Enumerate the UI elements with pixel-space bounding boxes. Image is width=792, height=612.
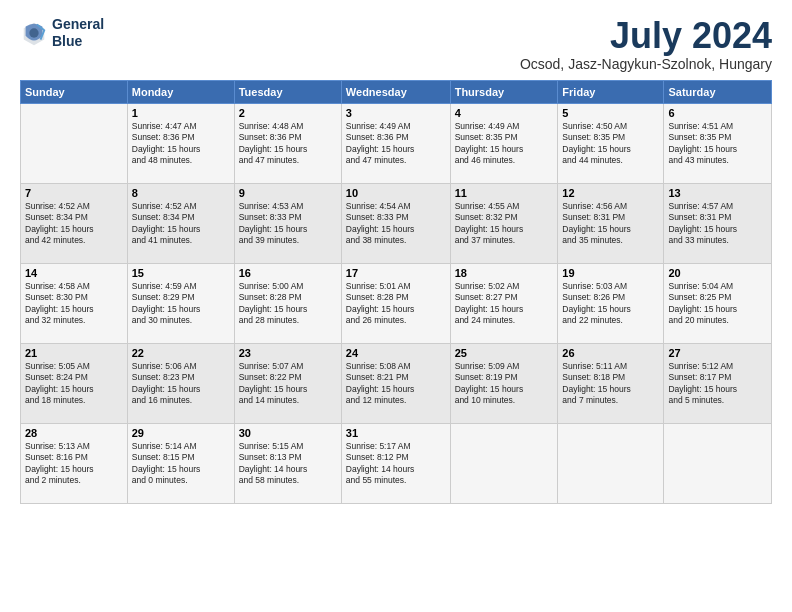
calendar-cell: 21Sunrise: 5:05 AM Sunset: 8:24 PM Dayli… [21,343,128,423]
col-thursday: Thursday [450,80,558,103]
col-sunday: Sunday [21,80,128,103]
day-number: 1 [132,107,230,119]
header: General Blue July 2024 Ocsod, Jasz-Nagyk… [20,16,772,72]
day-info: Sunrise: 5:06 AM Sunset: 8:23 PM Dayligh… [132,361,230,407]
day-info: Sunrise: 4:55 AM Sunset: 8:32 PM Dayligh… [455,201,554,247]
day-number: 7 [25,187,123,199]
calendar-cell: 28Sunrise: 5:13 AM Sunset: 8:16 PM Dayli… [21,423,128,503]
day-info: Sunrise: 4:52 AM Sunset: 8:34 PM Dayligh… [132,201,230,247]
calendar-cell [450,423,558,503]
calendar-cell: 8Sunrise: 4:52 AM Sunset: 8:34 PM Daylig… [127,183,234,263]
calendar-cell: 2Sunrise: 4:48 AM Sunset: 8:36 PM Daylig… [234,103,341,183]
day-info: Sunrise: 5:07 AM Sunset: 8:22 PM Dayligh… [239,361,337,407]
day-number: 9 [239,187,337,199]
header-row: Sunday Monday Tuesday Wednesday Thursday… [21,80,772,103]
day-info: Sunrise: 5:11 AM Sunset: 8:18 PM Dayligh… [562,361,659,407]
calendar-table: Sunday Monday Tuesday Wednesday Thursday… [20,80,772,504]
day-info: Sunrise: 5:02 AM Sunset: 8:27 PM Dayligh… [455,281,554,327]
day-info: Sunrise: 4:54 AM Sunset: 8:33 PM Dayligh… [346,201,446,247]
day-number: 30 [239,427,337,439]
calendar-cell: 7Sunrise: 4:52 AM Sunset: 8:34 PM Daylig… [21,183,128,263]
location: Ocsod, Jasz-Nagykun-Szolnok, Hungary [520,56,772,72]
calendar-cell: 23Sunrise: 5:07 AM Sunset: 8:22 PM Dayli… [234,343,341,423]
day-number: 19 [562,267,659,279]
calendar-cell: 14Sunrise: 4:58 AM Sunset: 8:30 PM Dayli… [21,263,128,343]
day-number: 6 [668,107,767,119]
calendar-cell: 15Sunrise: 4:59 AM Sunset: 8:29 PM Dayli… [127,263,234,343]
day-info: Sunrise: 4:49 AM Sunset: 8:35 PM Dayligh… [455,121,554,167]
calendar-week-1: 1Sunrise: 4:47 AM Sunset: 8:36 PM Daylig… [21,103,772,183]
calendar-cell: 1Sunrise: 4:47 AM Sunset: 8:36 PM Daylig… [127,103,234,183]
calendar-cell: 26Sunrise: 5:11 AM Sunset: 8:18 PM Dayli… [558,343,664,423]
svg-point-2 [29,28,38,37]
day-number: 16 [239,267,337,279]
day-info: Sunrise: 4:53 AM Sunset: 8:33 PM Dayligh… [239,201,337,247]
col-friday: Friday [558,80,664,103]
calendar-cell: 22Sunrise: 5:06 AM Sunset: 8:23 PM Dayli… [127,343,234,423]
day-info: Sunrise: 5:00 AM Sunset: 8:28 PM Dayligh… [239,281,337,327]
col-saturday: Saturday [664,80,772,103]
day-info: Sunrise: 5:17 AM Sunset: 8:12 PM Dayligh… [346,441,446,487]
day-number: 31 [346,427,446,439]
day-number: 4 [455,107,554,119]
month-title: July 2024 [520,16,772,56]
calendar-cell: 3Sunrise: 4:49 AM Sunset: 8:36 PM Daylig… [341,103,450,183]
col-monday: Monday [127,80,234,103]
day-number: 14 [25,267,123,279]
logo: General Blue [20,16,104,50]
page: General Blue July 2024 Ocsod, Jasz-Nagyk… [0,0,792,612]
day-info: Sunrise: 4:57 AM Sunset: 8:31 PM Dayligh… [668,201,767,247]
day-info: Sunrise: 5:05 AM Sunset: 8:24 PM Dayligh… [25,361,123,407]
day-info: Sunrise: 5:04 AM Sunset: 8:25 PM Dayligh… [668,281,767,327]
day-info: Sunrise: 4:50 AM Sunset: 8:35 PM Dayligh… [562,121,659,167]
calendar-cell: 5Sunrise: 4:50 AM Sunset: 8:35 PM Daylig… [558,103,664,183]
calendar-cell: 16Sunrise: 5:00 AM Sunset: 8:28 PM Dayli… [234,263,341,343]
day-number: 27 [668,347,767,359]
day-info: Sunrise: 5:09 AM Sunset: 8:19 PM Dayligh… [455,361,554,407]
day-number: 26 [562,347,659,359]
title-block: July 2024 Ocsod, Jasz-Nagykun-Szolnok, H… [520,16,772,72]
day-info: Sunrise: 4:58 AM Sunset: 8:30 PM Dayligh… [25,281,123,327]
day-number: 8 [132,187,230,199]
logo-text: General Blue [52,16,104,50]
day-info: Sunrise: 5:13 AM Sunset: 8:16 PM Dayligh… [25,441,123,487]
calendar-cell: 11Sunrise: 4:55 AM Sunset: 8:32 PM Dayli… [450,183,558,263]
day-number: 22 [132,347,230,359]
day-info: Sunrise: 5:08 AM Sunset: 8:21 PM Dayligh… [346,361,446,407]
calendar-week-4: 21Sunrise: 5:05 AM Sunset: 8:24 PM Dayli… [21,343,772,423]
day-info: Sunrise: 4:52 AM Sunset: 8:34 PM Dayligh… [25,201,123,247]
calendar-cell: 17Sunrise: 5:01 AM Sunset: 8:28 PM Dayli… [341,263,450,343]
calendar-cell [664,423,772,503]
logo-line2: Blue [52,33,104,50]
calendar-week-2: 7Sunrise: 4:52 AM Sunset: 8:34 PM Daylig… [21,183,772,263]
day-number: 12 [562,187,659,199]
calendar-cell: 12Sunrise: 4:56 AM Sunset: 8:31 PM Dayli… [558,183,664,263]
calendar-cell: 4Sunrise: 4:49 AM Sunset: 8:35 PM Daylig… [450,103,558,183]
calendar-cell: 24Sunrise: 5:08 AM Sunset: 8:21 PM Dayli… [341,343,450,423]
day-info: Sunrise: 4:47 AM Sunset: 8:36 PM Dayligh… [132,121,230,167]
calendar-week-5: 28Sunrise: 5:13 AM Sunset: 8:16 PM Dayli… [21,423,772,503]
day-number: 29 [132,427,230,439]
day-number: 15 [132,267,230,279]
calendar-cell: 29Sunrise: 5:14 AM Sunset: 8:15 PM Dayli… [127,423,234,503]
day-number: 10 [346,187,446,199]
day-info: Sunrise: 5:12 AM Sunset: 8:17 PM Dayligh… [668,361,767,407]
day-number: 23 [239,347,337,359]
calendar-cell [21,103,128,183]
day-number: 17 [346,267,446,279]
calendar-cell: 20Sunrise: 5:04 AM Sunset: 8:25 PM Dayli… [664,263,772,343]
day-number: 13 [668,187,767,199]
calendar-body: 1Sunrise: 4:47 AM Sunset: 8:36 PM Daylig… [21,103,772,503]
day-info: Sunrise: 4:56 AM Sunset: 8:31 PM Dayligh… [562,201,659,247]
calendar-cell: 25Sunrise: 5:09 AM Sunset: 8:19 PM Dayli… [450,343,558,423]
day-number: 11 [455,187,554,199]
day-number: 18 [455,267,554,279]
col-wednesday: Wednesday [341,80,450,103]
calendar-cell: 31Sunrise: 5:17 AM Sunset: 8:12 PM Dayli… [341,423,450,503]
calendar-cell: 9Sunrise: 4:53 AM Sunset: 8:33 PM Daylig… [234,183,341,263]
day-info: Sunrise: 5:15 AM Sunset: 8:13 PM Dayligh… [239,441,337,487]
calendar-cell: 27Sunrise: 5:12 AM Sunset: 8:17 PM Dayli… [664,343,772,423]
day-info: Sunrise: 5:01 AM Sunset: 8:28 PM Dayligh… [346,281,446,327]
calendar-cell: 18Sunrise: 5:02 AM Sunset: 8:27 PM Dayli… [450,263,558,343]
day-number: 20 [668,267,767,279]
